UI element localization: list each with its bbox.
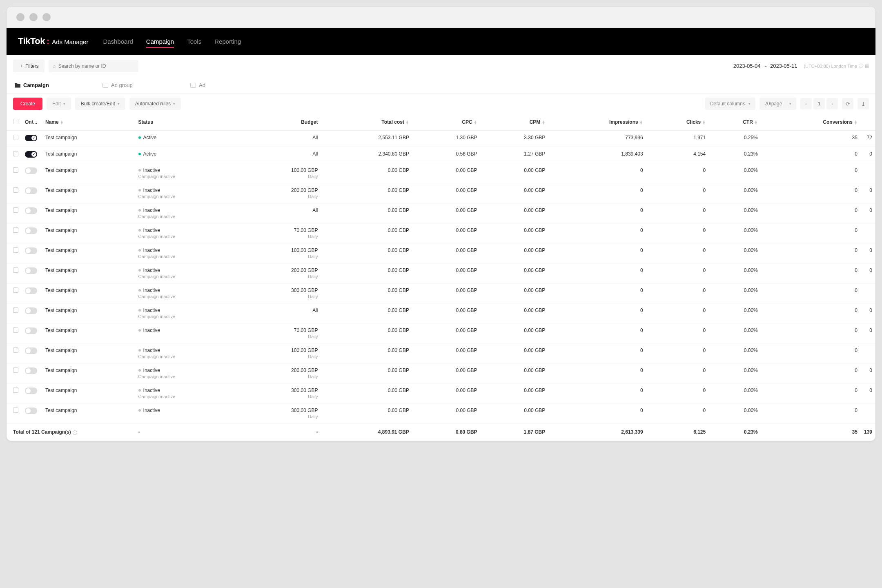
page-prev[interactable]: ‹ bbox=[800, 98, 812, 109]
row-toggle[interactable] bbox=[25, 287, 37, 294]
table-row[interactable]: Test campaignInactive300.00 GBPDaily0.00… bbox=[7, 403, 875, 423]
row-name[interactable]: Test campaign bbox=[42, 203, 135, 223]
bulk-button[interactable]: Bulk create/Edit▾ bbox=[75, 98, 125, 110]
row-toggle[interactable] bbox=[25, 247, 37, 254]
row-toggle[interactable] bbox=[25, 167, 37, 174]
tab-ad-group[interactable]: Ad group bbox=[94, 77, 182, 93]
page-number[interactable]: 1 bbox=[813, 98, 825, 109]
row-name[interactable]: Test campaign bbox=[42, 323, 135, 343]
automated-rules-button[interactable]: Automated rules▾ bbox=[129, 98, 181, 110]
col-ctr[interactable]: CTR▲▼ bbox=[709, 114, 761, 131]
table-row[interactable]: Test campaignInactiveCampaign inactiveAl… bbox=[7, 303, 875, 323]
search-input[interactable] bbox=[58, 63, 134, 69]
row-toggle[interactable] bbox=[25, 347, 37, 354]
row-budget: 200.00 GBPDaily bbox=[241, 263, 321, 283]
row-toggle[interactable] bbox=[25, 151, 37, 158]
table-row[interactable]: Test campaignInactiveCampaign inactive20… bbox=[7, 363, 875, 383]
row-name[interactable]: Test campaign bbox=[42, 343, 135, 363]
row-toggle[interactable] bbox=[25, 327, 37, 334]
row-name[interactable]: Test campaign bbox=[42, 403, 135, 423]
export-button[interactable]: ⤓ bbox=[858, 98, 869, 109]
col-onoff[interactable]: On/... bbox=[22, 114, 42, 131]
calendar-icon[interactable]: ▦ bbox=[865, 63, 869, 69]
table-row[interactable]: Test campaignInactiveCampaign inactive10… bbox=[7, 343, 875, 363]
columns-select[interactable]: Default columns▾ bbox=[705, 98, 755, 110]
date-range[interactable]: 2023-05-04 ~ 2023-05-11 (UTC+00:00) Lond… bbox=[733, 63, 869, 69]
nav-dashboard[interactable]: Dashboard bbox=[103, 29, 133, 54]
row-checkbox[interactable] bbox=[13, 207, 18, 213]
row-checkbox[interactable] bbox=[13, 307, 18, 313]
col-total-cost[interactable]: Total cost▲▼ bbox=[321, 114, 412, 131]
date-to: 2023-05-11 bbox=[770, 63, 797, 69]
row-checkbox[interactable] bbox=[13, 135, 18, 140]
col-clicks[interactable]: Clicks▲▼ bbox=[646, 114, 709, 131]
nav-tools[interactable]: Tools bbox=[187, 29, 201, 54]
col-cpc[interactable]: CPC▲▼ bbox=[412, 114, 481, 131]
row-checkbox[interactable] bbox=[13, 368, 18, 373]
nav-reporting[interactable]: Reporting bbox=[214, 29, 241, 54]
table-row[interactable]: Test campaignInactiveCampaign inactive10… bbox=[7, 163, 875, 183]
window-dot[interactable] bbox=[42, 13, 51, 21]
window-dot[interactable] bbox=[29, 13, 38, 21]
nav-campaign[interactable]: Campaign bbox=[146, 29, 174, 54]
table-row[interactable]: Test campaignActiveAll2,340.80 GBP0.56 G… bbox=[7, 147, 875, 163]
row-checkbox[interactable] bbox=[13, 408, 18, 413]
row-checkbox[interactable] bbox=[13, 388, 18, 393]
create-button[interactable]: Create bbox=[13, 98, 42, 110]
row-toggle[interactable] bbox=[25, 307, 37, 314]
row-toggle[interactable] bbox=[25, 227, 37, 234]
row-name[interactable]: Test campaign bbox=[42, 263, 135, 283]
col-impressions[interactable]: Impressions▲▼ bbox=[548, 114, 646, 131]
row-toggle[interactable] bbox=[25, 388, 37, 394]
row-checkbox[interactable] bbox=[13, 187, 18, 193]
row-name[interactable]: Test campaign bbox=[42, 363, 135, 383]
row-checkbox[interactable] bbox=[13, 267, 18, 273]
col-cpm[interactable]: CPM▲▼ bbox=[481, 114, 549, 131]
row-toggle[interactable] bbox=[25, 187, 37, 194]
refresh-button[interactable]: ⟳ bbox=[842, 98, 853, 109]
table-row[interactable]: Test campaignInactiveCampaign inactive30… bbox=[7, 383, 875, 403]
row-checkbox[interactable] bbox=[13, 227, 18, 233]
col-name[interactable]: Name▲▼ bbox=[42, 114, 135, 131]
table-row[interactable]: Test campaignInactiveCampaign inactive30… bbox=[7, 283, 875, 303]
row-name[interactable]: Test campaign bbox=[42, 223, 135, 243]
search-box[interactable]: ⌕ bbox=[49, 60, 138, 72]
row-checkbox[interactable] bbox=[13, 247, 18, 253]
col-status[interactable]: Status bbox=[135, 114, 241, 131]
table-row[interactable]: Test campaignInactiveCampaign inactive10… bbox=[7, 243, 875, 263]
table-row[interactable]: Test campaignActiveAll2,553.11 GBP1.30 G… bbox=[7, 131, 875, 147]
row-name[interactable]: Test campaign bbox=[42, 131, 135, 147]
tab-campaign[interactable]: Campaign bbox=[7, 77, 94, 93]
row-name[interactable]: Test campaign bbox=[42, 183, 135, 203]
row-checkbox[interactable] bbox=[13, 287, 18, 293]
row-toggle[interactable] bbox=[25, 368, 37, 374]
filters-button[interactable]: ＋Filters bbox=[13, 60, 45, 72]
row-toggle[interactable] bbox=[25, 207, 37, 214]
col-budget[interactable]: Budget bbox=[241, 114, 321, 131]
table-row[interactable]: Test campaignInactiveCampaign inactiveAl… bbox=[7, 203, 875, 223]
row-name[interactable]: Test campaign bbox=[42, 243, 135, 263]
table-row[interactable]: Test campaignInactiveCampaign inactive20… bbox=[7, 263, 875, 283]
table-row[interactable]: Test campaignInactiveCampaign inactive20… bbox=[7, 183, 875, 203]
row-checkbox[interactable] bbox=[13, 327, 18, 333]
row-name[interactable]: Test campaign bbox=[42, 163, 135, 183]
select-all-checkbox[interactable] bbox=[13, 119, 18, 124]
row-toggle[interactable] bbox=[25, 135, 37, 141]
row-toggle[interactable] bbox=[25, 267, 37, 274]
row-name[interactable]: Test campaign bbox=[42, 283, 135, 303]
pagesize-select[interactable]: 20/page▾ bbox=[760, 98, 796, 110]
row-name[interactable]: Test campaign bbox=[42, 303, 135, 323]
row-checkbox[interactable] bbox=[13, 151, 18, 156]
table-row[interactable]: Test campaignInactive70.00 GBPDaily0.00 … bbox=[7, 323, 875, 343]
row-checkbox[interactable] bbox=[13, 167, 18, 173]
row-checkbox[interactable] bbox=[13, 347, 18, 353]
page-next[interactable]: › bbox=[826, 98, 838, 109]
table-row[interactable]: Test campaignInactiveCampaign inactive70… bbox=[7, 223, 875, 243]
window-dot[interactable] bbox=[16, 13, 24, 21]
row-toggle[interactable] bbox=[25, 408, 37, 414]
tab-ad[interactable]: Ad bbox=[182, 77, 270, 93]
edit-button[interactable]: Edit▾ bbox=[47, 98, 71, 110]
row-name[interactable]: Test campaign bbox=[42, 147, 135, 163]
row-name[interactable]: Test campaign bbox=[42, 383, 135, 403]
col-conversions[interactable]: Conversions▲▼ bbox=[761, 114, 861, 131]
